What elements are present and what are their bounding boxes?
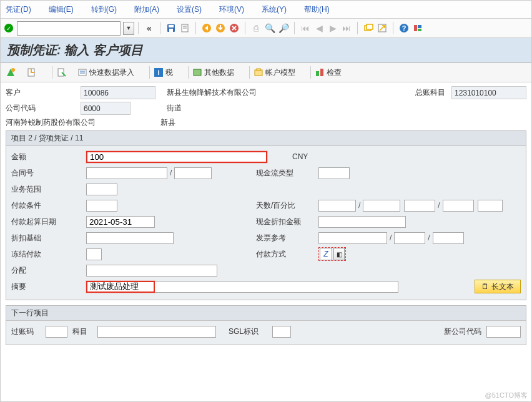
payment-method-label: 付款方式 (256, 249, 318, 260)
back-nav-icon[interactable] (200, 22, 213, 34)
svg-point-18 (11, 68, 15, 72)
inv-ref1-input[interactable] (318, 232, 387, 244)
amount-label: 金额 (11, 152, 86, 162)
new-company-label: 新公司代码 (444, 326, 481, 337)
help-icon[interactable]: ? (398, 22, 410, 34)
svg-rect-1 (169, 25, 174, 27)
days1-input[interactable] (318, 200, 356, 212)
busarea-input[interactable] (86, 184, 117, 195)
inv-ref-label: 发票参考 (256, 233, 318, 243)
contract-no-input[interactable] (86, 167, 167, 179)
content-area: 客户 100086 新县生物降解技术有限公司 总账科目 1231010100 公… (1, 82, 531, 345)
contract-item-input[interactable] (174, 167, 212, 179)
enter-icon[interactable]: ✓ (4, 24, 13, 32)
payment-method-value: Z (320, 248, 332, 260)
long-text-icon: 🗒 (481, 282, 489, 291)
last-page-icon[interactable]: ⏭ (340, 22, 353, 34)
svg-rect-10 (367, 24, 373, 29)
next-page-icon[interactable]: ▶ (327, 22, 339, 34)
contract-label: 合同号 (11, 168, 86, 179)
menu-environment[interactable]: 环境(V) (219, 4, 244, 15)
acct-model-button[interactable]: 帐户模型 (254, 67, 295, 78)
fast-entry-icon (77, 67, 87, 77)
text-input-highlight[interactable] (86, 281, 155, 293)
days3-input[interactable] (478, 200, 503, 212)
svg-rect-20 (58, 69, 64, 76)
check-button[interactable]: 检查 (315, 67, 342, 78)
tax-button[interactable]: i税 (154, 67, 173, 78)
inv-ref2-input[interactable] (394, 232, 425, 244)
svg-rect-2 (169, 29, 173, 32)
sgl-label: SGL标识 (229, 326, 272, 337)
value-help-icon[interactable]: ◧ (333, 248, 345, 260)
system-toolbar: ✓ ▼ « ⎙ 🔍 🔎 ⏮ ◀ ▶ ⏭ ? (1, 19, 531, 38)
back-icon[interactable]: « (143, 22, 155, 34)
payment-method-field[interactable]: Z ◧ (318, 247, 346, 261)
customer-value: 100086 (81, 86, 155, 99)
menu-extras[interactable]: 附加(A) (134, 4, 159, 15)
prev-page-icon[interactable]: ◀ (313, 22, 325, 34)
save-icon[interactable] (165, 22, 177, 34)
disc-amount-input[interactable] (318, 216, 406, 228)
menu-edit[interactable]: 编辑(E) (49, 4, 74, 15)
display-doc-icon[interactable] (56, 67, 66, 77)
print-icon[interactable]: ⎙ (250, 22, 262, 34)
command-field[interactable] (17, 21, 121, 36)
svg-rect-14 (414, 25, 417, 31)
menu-system[interactable]: 系统(Y) (262, 4, 287, 15)
gl-account-label: 总账科目 (415, 87, 445, 98)
new-company-input[interactable] (486, 326, 521, 338)
app-toolbar: 快速数据录入 i税 其他数据 帐户模型 检查 (1, 63, 531, 82)
amount-input[interactable] (86, 151, 267, 163)
long-text-button[interactable]: 🗒 长文本 (475, 280, 521, 293)
inv-ref3-input[interactable] (433, 232, 464, 244)
sgl-input[interactable] (272, 326, 291, 338)
tree-on-icon[interactable] (27, 67, 37, 77)
posting-key-label: 过账码 (11, 326, 46, 337)
check-icon (315, 67, 325, 77)
other-data-button[interactable]: 其他数据 (192, 67, 234, 78)
menu-settings[interactable]: 设置(S) (177, 4, 202, 15)
svg-rect-15 (418, 25, 421, 28)
days2-input[interactable] (404, 200, 435, 212)
baseline-date-label: 付款起算日期 (11, 217, 86, 227)
cashflow-label: 现金流类型 (256, 168, 318, 179)
customer-label: 客户 (6, 87, 81, 98)
menu-document[interactable]: 凭证(D) (6, 4, 31, 15)
fast-entry-button[interactable]: 快速数据录入 (77, 67, 134, 78)
pct1-input[interactable] (363, 200, 400, 212)
menu-help[interactable]: 帮助(H) (304, 4, 330, 15)
find-icon[interactable]: 🔍 (264, 22, 276, 34)
assignment-input[interactable] (86, 265, 217, 277)
svg-rect-28 (320, 69, 323, 76)
account-label: 科目 (72, 326, 97, 337)
new-session-icon[interactable] (362, 22, 375, 34)
command-dropdown[interactable]: ▼ (123, 22, 134, 35)
cancel-nav-icon[interactable] (228, 22, 240, 34)
overview-icon[interactable] (6, 67, 16, 77)
company-code-label: 公司代码 (6, 103, 81, 114)
page-title: 预制凭证: 输入 客户项目 (7, 43, 143, 57)
first-page-icon[interactable]: ⏮ (299, 22, 312, 34)
payment-block-label: 冻结付款 (11, 249, 86, 260)
menu-goto[interactable]: 转到(G) (91, 4, 117, 15)
posting-key-input[interactable] (46, 326, 67, 338)
item-panel-title: 项目 2 / 贷项凭证 / 11 (6, 131, 526, 146)
account-input[interactable] (97, 326, 216, 338)
cashflow-input[interactable] (318, 167, 350, 179)
pct2-input[interactable] (443, 200, 474, 212)
svg-rect-16 (418, 29, 421, 31)
layout-icon[interactable] (411, 22, 424, 34)
payterm-label: 付款条件 (11, 200, 86, 211)
city-value: 新县 (160, 117, 175, 128)
exit-nav-icon[interactable] (214, 22, 227, 34)
payterm-input[interactable] (86, 200, 117, 212)
text-input-rest[interactable] (155, 281, 398, 293)
find-next-icon[interactable]: 🔎 (277, 22, 290, 34)
payment-block-input[interactable] (86, 248, 102, 260)
baseline-date-input[interactable] (86, 216, 155, 228)
shortcut-icon[interactable] (376, 22, 388, 34)
svg-rect-26 (257, 69, 260, 71)
doc-icon[interactable] (179, 22, 191, 34)
disc-base-input[interactable] (86, 232, 174, 244)
